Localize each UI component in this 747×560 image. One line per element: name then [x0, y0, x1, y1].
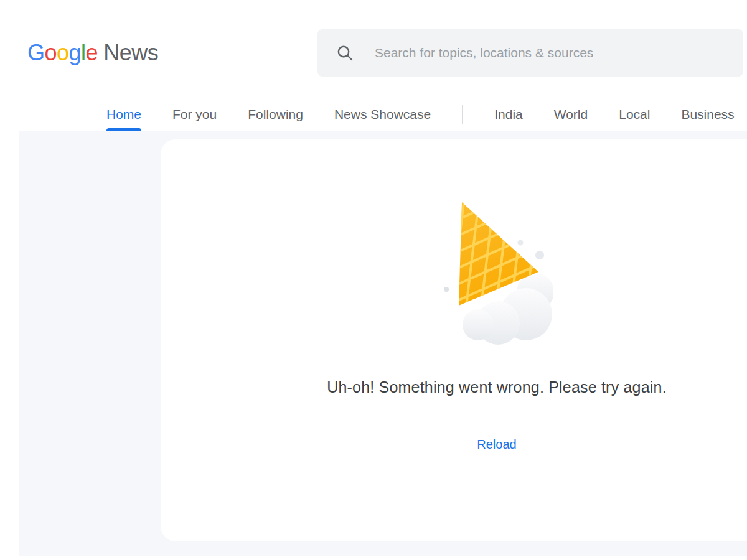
nav-tabs: Home For you Following News Showcase Ind…	[106, 98, 735, 131]
google-news-logo[interactable]: GoogleNews	[27, 39, 158, 67]
reload-button[interactable]: Reload	[467, 432, 526, 457]
tab-following[interactable]: Following	[248, 98, 303, 131]
tab-news-showcase[interactable]: News Showcase	[334, 98, 431, 131]
google-news-error-page: { "logo": { "letters": ["G", "o", "o", "…	[0, 0, 747, 560]
nav-divider	[462, 105, 463, 124]
search-bar[interactable]	[317, 29, 743, 77]
tab-for-you[interactable]: For you	[172, 98, 217, 131]
content-area: Uh-oh! Something went wrong. Please try …	[19, 131, 747, 556]
tab-india[interactable]: India	[494, 98, 523, 131]
logo-letter: e	[86, 40, 98, 65]
error-card: Uh-oh! Something went wrong. Please try …	[161, 139, 747, 541]
tab-local[interactable]: Local	[619, 98, 650, 131]
broken-cone-illustration	[441, 197, 553, 350]
error-message: Uh-oh! Something went wrong. Please try …	[327, 378, 667, 396]
logo-letter: o	[45, 40, 57, 65]
logo-letter: l	[81, 40, 86, 65]
tab-business[interactable]: Business	[681, 98, 734, 131]
logo-product-name: News	[103, 40, 158, 65]
logo-letter: o	[57, 40, 69, 65]
crumb-dot	[444, 287, 449, 292]
logo-letter: G	[27, 40, 45, 65]
tab-home[interactable]: Home	[106, 98, 141, 131]
crumb-dot	[535, 251, 544, 259]
search-icon	[336, 44, 354, 62]
crumb-dot	[518, 240, 524, 246]
search-input[interactable]	[375, 45, 723, 60]
logo-letter: g	[69, 40, 82, 65]
tab-world[interactable]: World	[554, 98, 588, 131]
